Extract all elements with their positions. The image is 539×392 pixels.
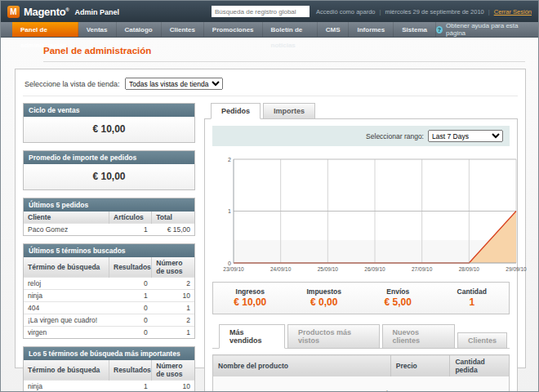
separator: | (488, 8, 490, 16)
total-impuestos: Impuestos€ 0,00 (287, 287, 362, 308)
nav-item[interactable]: Promociones (204, 22, 263, 37)
tab-m-s-vendidos[interactable]: Más vendidos (219, 324, 285, 349)
nav-item[interactable]: Ventas (78, 22, 117, 37)
tab-pedidos[interactable]: Pedidos (211, 103, 261, 119)
cell: 1 (152, 327, 194, 339)
column-header: Artículos (109, 212, 152, 224)
total-label: Ingresos (213, 287, 287, 296)
store-switcher: Seleccione la vista de tienda: Todas las… (23, 76, 518, 96)
chart-container: 01223/09/1024/09/1025/09/1026/09/1027/09… (212, 146, 510, 278)
range-label: Seleccionar rango: (366, 132, 424, 140)
table-row[interactable]: reloj02 (24, 278, 194, 290)
total-value: € 0,00 (287, 296, 362, 308)
column-header: Número de usos (152, 257, 194, 278)
store-view-select[interactable]: Todas las vistas de tienda (125, 78, 223, 90)
tab-nuevos-clientes: Nuevos clientes (382, 324, 455, 349)
column-header: Precio (390, 355, 450, 377)
diagram-panel: Seleccionar rango: Last 7 Days 01223/09/… (204, 118, 518, 392)
diagram-tabs: PedidosImportes (204, 103, 518, 118)
total-cantidad: Cantidad1 (435, 287, 510, 308)
dashboard-content: Seleccione la vista de tienda: Todas las… (15, 69, 526, 368)
nav-item[interactable]: CMS (318, 22, 350, 37)
total-label: Cantidad (435, 287, 510, 296)
table-row[interactable]: ninja110 (24, 381, 194, 392)
last-orders-title: Últimos 5 pedidos (24, 198, 194, 212)
column-header: Resultados (109, 257, 152, 278)
cell: € 15,00 (152, 224, 194, 236)
help-icon: ? (436, 26, 443, 33)
range-bar: Seleccionar rango: Last 7 Days (212, 126, 510, 146)
last-search-title: Últimos 5 términos buscados (24, 244, 194, 257)
cell: ninja (24, 381, 109, 392)
tab-importes[interactable]: Importes (263, 103, 315, 119)
total-ingresos: Ingresos€ 10,00 (213, 287, 287, 308)
store-switcher-label: Seleccione la vista de tienda: (24, 80, 120, 88)
svg-text:25/09/10: 25/09/10 (318, 266, 339, 272)
cell: 0 (109, 314, 152, 327)
cell: Paco Gomez (24, 224, 109, 236)
magento-logo[interactable]: M Magento® Admin Panel (7, 6, 119, 18)
nav-item[interactable]: Panel de administración (12, 22, 78, 37)
logo-title: Magento® (24, 6, 69, 18)
average-orders-title: Promedio de importe de pedidos (24, 151, 194, 164)
total-value: € 10,00 (213, 296, 287, 308)
cell: virgen (24, 327, 109, 339)
column-header: Término de búsqueda (24, 360, 109, 381)
svg-text:27/09/10: 27/09/10 (412, 266, 433, 272)
nav-item[interactable]: Boletín de noticias (263, 22, 318, 37)
cell: 0 (109, 278, 152, 290)
magento-logo-icon: M (7, 6, 20, 18)
tab-clientes: Clientes (457, 332, 507, 349)
svg-text:23/09/10: 23/09/10 (223, 266, 244, 272)
last-search-box: Últimos 5 términos buscados Término de b… (23, 243, 195, 339)
top-search-title: Los 5 términos de búsqueda más important… (24, 347, 194, 360)
cell: reloj (24, 278, 109, 290)
table-row[interactable]: ninja110 (24, 290, 194, 302)
products-grid: Nombre del productoPrecioCantidad pedida… (212, 354, 510, 392)
logged-in-as: Accedió como apardo (316, 8, 376, 16)
column-header: Cliente (24, 212, 109, 224)
total-value: 1 (435, 296, 510, 308)
cell: 404 (24, 302, 109, 314)
logo-subtitle: Admin Panel (74, 8, 119, 16)
side-table: Término de búsquedaResultadosNúmero de u… (24, 360, 194, 392)
table-row[interactable]: Paco Gomez1€ 15,00 (24, 224, 194, 236)
cell: 0 (109, 302, 152, 314)
svg-text:24/09/10: 24/09/10 (270, 266, 292, 272)
empty-message: No se encontraron registros. (213, 376, 510, 392)
nav-item[interactable]: Catálogo (117, 22, 162, 37)
logout-link[interactable]: Cerrar Sesión (494, 8, 532, 16)
dashboard-sidebar: Ciclo de ventas € 10,00 Promedio de impo… (23, 103, 195, 392)
table-row[interactable]: ¡La virgen que cuadro!02 (24, 314, 194, 327)
magento-admin-window: M Magento® Admin Panel Accedió como apar… (0, 0, 539, 392)
table-row[interactable]: 40401 (24, 302, 194, 314)
orders-chart: 01223/09/1024/09/1025/09/1026/09/1027/09… (217, 154, 521, 277)
svg-text:2: 2 (228, 157, 231, 163)
nav-item[interactable]: Sistema (394, 22, 436, 37)
cell: 2 (152, 314, 194, 327)
cell: ¡La virgen que cuadro! (24, 314, 109, 327)
cell: 10 (152, 381, 194, 392)
nav-item[interactable]: Informes (349, 22, 394, 37)
cell: 2 (152, 278, 194, 290)
cell: 0 (109, 327, 152, 339)
cell: ninja (24, 290, 109, 302)
global-search-input[interactable] (212, 6, 310, 17)
table-row[interactable]: virgen01 (24, 327, 194, 339)
column-header: Término de búsqueda (24, 257, 109, 278)
report-tabs: Más vendidosProductos más vistosNuevos c… (212, 324, 510, 349)
svg-text:0: 0 (228, 261, 231, 266)
main-nav: Panel de administraciónVentasCatálogoCli… (1, 22, 538, 38)
side-table: ClienteArtículosTotalPaco Gomez1€ 15,00 (24, 212, 194, 235)
range-select[interactable]: Last 7 Days (428, 130, 503, 142)
empty-row: No se encontraron registros. (213, 376, 510, 392)
cell: 1 (152, 302, 194, 314)
last-orders-box: Últimos 5 pedidos ClienteArtículosTotalP… (23, 198, 195, 236)
total-envíos: Envíos€ 5,00 (361, 287, 435, 308)
column-header: Número de usos (152, 360, 194, 381)
svg-text:29/09/10: 29/09/10 (506, 266, 527, 272)
total-value: € 5,00 (361, 296, 435, 308)
help-link[interactable]: ? Obtener ayuda para esta página (436, 22, 530, 37)
nav-item[interactable]: Clientes (162, 22, 204, 37)
column-header: Resultados (109, 360, 152, 381)
